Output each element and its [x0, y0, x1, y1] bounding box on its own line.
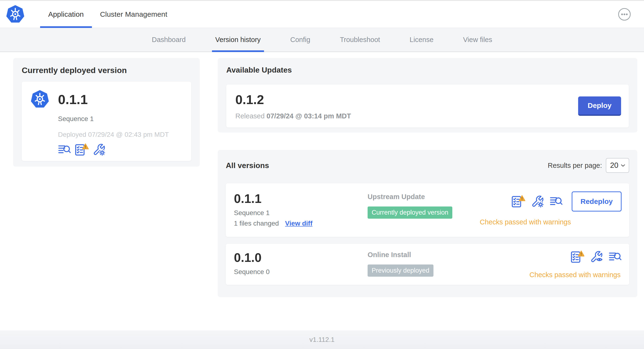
current-version-sequence: Sequence 1: [58, 115, 182, 123]
logs-icon[interactable]: [58, 143, 71, 156]
config-wrench-eye-icon[interactable]: [590, 250, 603, 263]
available-updates-card: Available Updates 0.1.2 Released 07/29/2…: [218, 58, 637, 132]
checks-status-text: Checks passed with warnings: [480, 218, 571, 226]
row-sequence: Sequence 0: [234, 268, 368, 276]
tab-version-history[interactable]: Version history: [200, 28, 276, 52]
row-sequence: Sequence 1: [234, 209, 368, 217]
currently-deployed-title: Currently deployed version: [22, 66, 191, 75]
current-version-number: 0.1.1: [58, 92, 88, 107]
tab-license[interactable]: License: [395, 28, 448, 52]
checks-status-text: Checks passed with warnings: [530, 271, 620, 279]
kubernetes-logo: [6, 5, 25, 24]
current-version-deployed-date: Deployed 07/29/24 @ 02:43 pm MDT: [58, 131, 182, 138]
preflight-checks-warning-icon[interactable]: [570, 250, 584, 263]
update-released-date: Released 07/29/24 @ 03:14 pm MDT: [235, 112, 351, 120]
kubernetes-version-icon: [30, 90, 50, 109]
config-wrench-gear-icon[interactable]: [92, 143, 106, 156]
deploy-button[interactable]: Deploy: [578, 96, 621, 116]
files-changed-label: 1 files changed: [234, 220, 279, 227]
row-source-label: Online Install: [368, 251, 530, 259]
more-options-button[interactable]: [618, 8, 631, 21]
row-version-number: 0.1.0: [234, 250, 368, 265]
preflight-checks-warning-icon[interactable]: [511, 195, 525, 208]
row-source-label: Upstream Update: [368, 193, 480, 201]
topbar-tab-cluster-management[interactable]: Cluster Management: [92, 1, 176, 28]
tab-dashboard[interactable]: Dashboard: [137, 28, 200, 52]
current-version-tile: 0.1.1 Sequence 1 Deployed 07/29/24 @ 02:…: [22, 82, 191, 161]
chevron-down-icon: [620, 162, 626, 169]
version-row-0-1-0: 0.1.0 Sequence 0 Online Install Previous…: [226, 244, 629, 285]
tab-view-files[interactable]: View files: [448, 28, 507, 52]
currently-deployed-badge: Currently deployed version: [368, 206, 452, 219]
results-per-page-label: Results per page:: [548, 162, 602, 170]
redeploy-button[interactable]: Redeploy: [572, 192, 622, 212]
view-diff-link[interactable]: View diff: [285, 220, 312, 227]
results-per-page-select[interactable]: 20: [606, 158, 629, 173]
preflight-checks-warning-icon[interactable]: [75, 143, 89, 156]
update-row: 0.1.2 Released 07/29/24 @ 03:14 pm MDT D…: [226, 84, 629, 128]
tab-config[interactable]: Config: [276, 28, 325, 52]
available-updates-title: Available Updates: [226, 66, 629, 74]
logs-icon[interactable]: [609, 250, 622, 263]
tab-troubleshoot[interactable]: Troubleshoot: [325, 28, 395, 52]
version-row-0-1-1: 0.1.1 Sequence 1 1 files changed View di…: [226, 183, 629, 237]
row-version-number: 0.1.1: [234, 192, 368, 206]
all-versions-card: All versions Results per page: 20 0.1.1 …: [218, 150, 637, 297]
previously-deployed-badge: Previously deployed: [368, 264, 434, 277]
all-versions-title: All versions: [226, 161, 269, 170]
update-version-number: 0.1.2: [235, 92, 351, 107]
topbar-tab-application[interactable]: Application: [40, 1, 92, 28]
currently-deployed-card: Currently deployed version 0.1.1 Sequenc…: [13, 58, 200, 166]
config-wrench-gear-icon[interactable]: [531, 195, 544, 208]
logs-icon[interactable]: [550, 195, 562, 208]
topbar: Application Cluster Management: [0, 0, 644, 28]
console-version-text: v1.112.1: [309, 336, 334, 344]
footer: v1.112.1: [0, 330, 644, 349]
app-subnav: Dashboard Version history Config Trouble…: [0, 28, 644, 52]
